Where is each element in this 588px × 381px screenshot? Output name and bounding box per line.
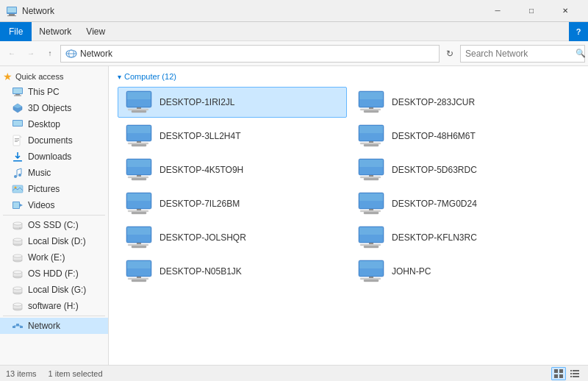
- svg-rect-19: [15, 141, 18, 142]
- 3dobjects-label: 3D Objects: [28, 103, 71, 113]
- computer-item[interactable]: DESKTOP-KFLN3RC: [350, 222, 579, 253]
- computer-name: DESKTOP-7IL26BM: [159, 199, 240, 209]
- search-input[interactable]: [465, 49, 576, 59]
- maximize-button[interactable]: □: [514, 0, 548, 22]
- computer-item[interactable]: DESKTOP-JOLSHQR: [118, 222, 347, 253]
- path-label: Network: [80, 49, 112, 59]
- svg-rect-17: [15, 138, 19, 139]
- sidebar-item-localdisg[interactable]: Local Disk (G:): [0, 282, 108, 298]
- search-box[interactable]: 🔍: [460, 45, 585, 63]
- sidebar-item-desktop[interactable]: Desktop: [0, 116, 108, 132]
- computer-item[interactable]: DESKTOP-5D63RDC: [350, 154, 579, 185]
- svg-rect-2: [7, 15, 16, 16]
- drive-d-label: Local Disk (D:): [28, 236, 86, 246]
- sidebar-item-osssd[interactable]: OS SSD (C:): [0, 217, 108, 233]
- svg-rect-82: [128, 177, 148, 178]
- computer-monitor-icon: [124, 90, 154, 114]
- svg-rect-14: [13, 121, 22, 126]
- computer-monitor-icon: [356, 226, 386, 249]
- computer-monitor-icon: [124, 226, 154, 249]
- svg-rect-111: [364, 246, 379, 248]
- window-controls: ─ □ ✕: [481, 0, 582, 22]
- svg-rect-130: [573, 370, 579, 371]
- sidebar-item-worke[interactable]: Work (E:): [0, 249, 108, 266]
- content-area: Computer (12) DESKTOP-1IRI2JL: [109, 66, 588, 365]
- sidebar-item-music[interactable]: Music: [0, 165, 108, 181]
- sidebar-item-oshdd[interactable]: OS HDD (F:): [0, 266, 108, 282]
- pictures-label: Pictures: [28, 184, 60, 194]
- svg-rect-132: [573, 373, 579, 374]
- drive-e-icon: [12, 252, 24, 263]
- svg-rect-125: [554, 369, 558, 373]
- details-view-button[interactable]: [567, 367, 582, 380]
- sidebar-item-videos[interactable]: Videos: [0, 197, 108, 213]
- computer-name: DESKTOP-4K5TO9H: [159, 165, 243, 175]
- svg-rect-93: [132, 212, 146, 214]
- forward-button[interactable]: →: [22, 45, 40, 63]
- svg-rect-20: [13, 160, 22, 162]
- svg-rect-94: [128, 210, 148, 212]
- computer-item[interactable]: DESKTOP-7IL26BM: [118, 188, 347, 219]
- computer-item[interactable]: DESKTOP-7MG0D24: [350, 188, 579, 219]
- svg-rect-115: [127, 261, 151, 268]
- menu-view[interactable]: View: [79, 22, 112, 41]
- computer-name: JOHN-PC: [392, 266, 431, 277]
- large-icon-view-button[interactable]: [551, 367, 566, 380]
- computer-item[interactable]: DESKTOP-4K5TO9H: [118, 154, 347, 185]
- network-location-icon: [65, 49, 77, 59]
- sidebar: ★ Quick access This PC 3D Objects: [0, 66, 109, 365]
- sidebar-item-downloads[interactable]: Downloads: [0, 149, 108, 165]
- svg-rect-3: [7, 7, 16, 13]
- svg-rect-70: [128, 143, 148, 144]
- large-icon-view-icon: [553, 368, 564, 379]
- sidebar-item-documents[interactable]: Documents: [0, 132, 108, 149]
- close-button[interactable]: ✕: [548, 0, 582, 22]
- menu-bar: File Network View ?: [0, 22, 588, 41]
- downloads-icon: [12, 151, 24, 163]
- computer-item[interactable]: DESKTOP-1IRI2JL: [118, 87, 347, 118]
- menu-file[interactable]: File: [0, 22, 32, 41]
- computer-name: DESKTOP-JOLSHQR: [159, 232, 246, 243]
- sidebar-item-localdiskd[interactable]: Local Disk (D:): [0, 233, 108, 249]
- svg-point-43: [13, 287, 22, 290]
- computer-monitor-icon: [356, 192, 386, 216]
- sidebar-item-pictures[interactable]: Pictures: [0, 181, 108, 197]
- sidebar-divider-1: [3, 215, 105, 216]
- svg-point-46: [13, 303, 22, 306]
- svg-rect-106: [128, 244, 148, 246]
- computer-item[interactable]: JOHN-PC: [350, 256, 579, 287]
- computer-item[interactable]: DESKTOP-3LL2H4T: [118, 121, 347, 152]
- computer-name: DESKTOP-3LL2H4T: [159, 131, 241, 141]
- svg-rect-127: [554, 374, 558, 378]
- back-button[interactable]: ←: [3, 45, 21, 63]
- svg-rect-121: [359, 261, 383, 268]
- address-path[interactable]: Network: [60, 45, 440, 63]
- window-icon: [6, 5, 18, 17]
- sidebar-item-thispc[interactable]: This PC: [0, 84, 108, 100]
- minimize-button[interactable]: ─: [481, 0, 514, 22]
- svg-rect-87: [364, 178, 379, 180]
- sidebar-item-softwareh[interactable]: software (H:): [0, 298, 108, 314]
- computer-item[interactable]: DESKTOP-N05B1JK: [118, 256, 347, 287]
- computer-item[interactable]: DESKTOP-48H6M6T: [350, 121, 579, 152]
- sidebar-item-3dobjects[interactable]: 3D Objects: [0, 100, 108, 116]
- quick-access-header[interactable]: ★ Quick access: [0, 69, 108, 84]
- quick-access-label: Quick access: [15, 72, 63, 81]
- up-button[interactable]: ↑: [41, 45, 59, 63]
- svg-rect-131: [570, 373, 572, 374]
- sidebar-item-network[interactable]: Network: [0, 318, 108, 334]
- refresh-button[interactable]: ↻: [441, 45, 459, 63]
- svg-rect-129: [570, 370, 572, 371]
- svg-rect-76: [360, 143, 381, 144]
- svg-rect-63: [364, 110, 379, 113]
- computer-item[interactable]: DESKTOP-283JCUR: [350, 87, 579, 118]
- menu-network[interactable]: Network: [32, 22, 79, 41]
- svg-rect-61: [359, 92, 383, 99]
- menu-help[interactable]: ?: [569, 22, 588, 41]
- svg-rect-69: [132, 144, 146, 146]
- drive-c-label: OS SSD (C:): [28, 220, 79, 230]
- svg-rect-124: [360, 278, 381, 279]
- thispc-icon: [12, 86, 24, 98]
- drive-h-icon: [12, 300, 24, 312]
- svg-marker-16: [20, 135, 22, 138]
